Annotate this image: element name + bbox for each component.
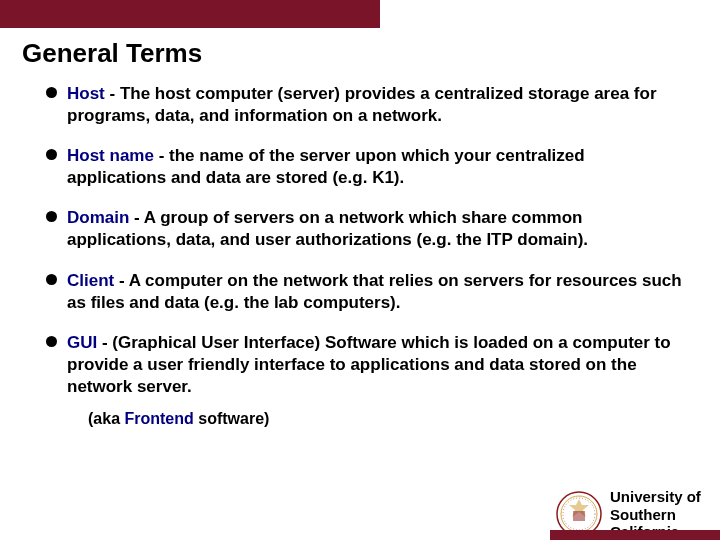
term-definition: - A group of servers on a network which … [67, 208, 588, 249]
note-suffix: software) [194, 410, 270, 427]
list-item: GUI - (Graphical User Interface) Softwar… [46, 332, 686, 398]
term-definition: - A computer on the network that relies … [67, 271, 682, 312]
bullet-text: Client - A computer on the network that … [67, 270, 686, 314]
slide-title: General Terms [0, 28, 720, 83]
term-definition: - (Graphical User Interface) Software wh… [67, 333, 671, 396]
bullet-text: Host - The host computer (server) provid… [67, 83, 686, 127]
term-definition: - The host computer (server) provides a … [67, 84, 657, 125]
bullet-icon [46, 336, 57, 347]
term-label: Host name [67, 146, 154, 165]
bullet-icon [46, 149, 57, 160]
list-item: Host name - the name of the server upon … [46, 145, 686, 189]
header-bar [0, 0, 380, 28]
term-label: Domain [67, 208, 129, 227]
term-label: GUI [67, 333, 97, 352]
note-prefix: (aka [88, 410, 124, 427]
note-text: (aka Frontend software) [0, 410, 720, 428]
bullet-icon [46, 274, 57, 285]
list-item: Domain - A group of servers on a network… [46, 207, 686, 251]
note-term: Frontend [124, 410, 193, 427]
university-line: Southern [610, 506, 720, 523]
list-item: Client - A computer on the network that … [46, 270, 686, 314]
footer-bar [550, 530, 720, 540]
svg-rect-2 [573, 511, 585, 521]
bullet-text: Host name - the name of the server upon … [67, 145, 686, 189]
term-label: Host [67, 84, 105, 103]
bullet-list: Host - The host computer (server) provid… [0, 83, 720, 398]
term-label: Client [67, 271, 114, 290]
bullet-text: Domain - A group of servers on a network… [67, 207, 686, 251]
bullet-icon [46, 87, 57, 98]
list-item: Host - The host computer (server) provid… [46, 83, 686, 127]
university-line: University of [610, 488, 720, 505]
bullet-icon [46, 211, 57, 222]
bullet-text: GUI - (Graphical User Interface) Softwar… [67, 332, 686, 398]
